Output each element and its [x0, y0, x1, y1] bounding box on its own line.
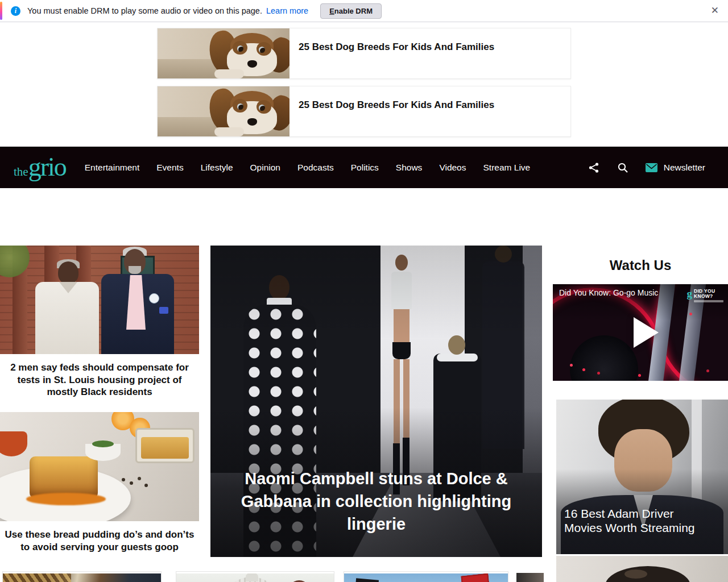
nav-actions: Newsletter: [587, 161, 705, 174]
promo-card[interactable]: 25 Best Dog Breeds For Kids And Families: [157, 86, 571, 137]
info-icon: i: [11, 6, 20, 16]
bottom-article-card[interactable]: [176, 571, 334, 582]
nav-item-events[interactable]: Events: [156, 163, 183, 173]
main-nav: thegrio Entertainment Events Lifestyle O…: [0, 147, 728, 188]
brand-g: g: [687, 289, 693, 298]
sidebar-article-adam-driver[interactable]: 16 Best Adam Driver Movies Worth Streami…: [556, 400, 728, 554]
learn-more-link[interactable]: Learn more: [266, 6, 308, 15]
hero-article[interactable]: Naomi Campbell stuns at Dolce & Gabbana …: [210, 246, 542, 557]
drm-notification-bar: i You must enable DRM to play some audio…: [0, 0, 728, 22]
search-icon[interactable]: [616, 161, 630, 174]
bottom-article-card[interactable]: [2, 571, 162, 582]
video-player[interactable]: Did You Know: Go-go Music g DID YOU KNOW…: [553, 284, 728, 381]
sidebar-article-title[interactable]: 16 Best Adam Driver Movies Worth Streami…: [564, 506, 711, 535]
article-image-bread-pudding[interactable]: [0, 412, 199, 521]
dog-photo: [158, 86, 289, 136]
nav-item-opinion[interactable]: Opinion: [250, 163, 280, 173]
logo-grio: grio: [28, 156, 66, 178]
page: i You must enable DRM to play some audio…: [0, 0, 728, 582]
play-icon[interactable]: [634, 317, 659, 348]
article-image-two-men[interactable]: [0, 246, 199, 354]
nav-item-lifestyle[interactable]: Lifestyle: [201, 163, 233, 173]
dog-photo: [158, 28, 289, 78]
article-title[interactable]: 2 men say feds should compensate for tes…: [0, 361, 199, 398]
bottom-article-card[interactable]: STRIKE!: [344, 571, 508, 582]
share-icon[interactable]: [587, 161, 601, 174]
drm-message: You must enable DRM to play some audio o…: [27, 6, 262, 15]
site-logo[interactable]: thegrio: [14, 156, 66, 179]
envelope-icon: [645, 161, 659, 174]
promo-card[interactable]: 25 Best Dog Breeds For Kids And Families: [157, 28, 571, 79]
hero-title[interactable]: Naomi Campbell stuns at Dolce & Gabbana …: [210, 467, 542, 535]
nav-menu: Entertainment Events Lifestyle Opinion P…: [85, 163, 530, 173]
logo-the: the: [14, 165, 28, 179]
newsletter-label: Newsletter: [664, 163, 705, 173]
watch-us-heading: Watch Us: [553, 257, 728, 273]
promo-title: 25 Best Dog Breeds For Kids And Families: [299, 99, 494, 111]
brand-line2: KNOW?: [694, 294, 723, 299]
nav-item-entertainment[interactable]: Entertainment: [85, 163, 140, 173]
enable-drm-button[interactable]: Enable DRM: [320, 3, 382, 19]
did-you-know-logo: g DID YOU KNOW?: [687, 289, 724, 302]
nav-item-shows[interactable]: Shows: [396, 163, 423, 173]
promo-title: 25 Best Dog Breeds For Kids And Families: [299, 41, 494, 53]
enable-drm-label: nable DRM: [334, 7, 373, 15]
nav-item-videos[interactable]: Videos: [439, 163, 466, 173]
newsletter-button[interactable]: Newsletter: [645, 161, 705, 174]
video-title: Did You Know: Go-go Music: [559, 288, 658, 297]
nav-item-podcasts[interactable]: Podcasts: [297, 163, 334, 173]
close-icon[interactable]: ✕: [711, 5, 719, 16]
bottom-article-card[interactable]: [516, 573, 544, 582]
article-title[interactable]: Use these bread pudding do’s and don’ts …: [0, 529, 199, 553]
enable-drm-accesskey: E: [329, 7, 334, 15]
notification-accent-stripe: [0, 2, 2, 20]
nav-item-stream-live[interactable]: Stream Live: [483, 163, 531, 173]
nav-item-politics[interactable]: Politics: [351, 163, 379, 173]
sidebar-article-next[interactable]: [556, 556, 728, 582]
